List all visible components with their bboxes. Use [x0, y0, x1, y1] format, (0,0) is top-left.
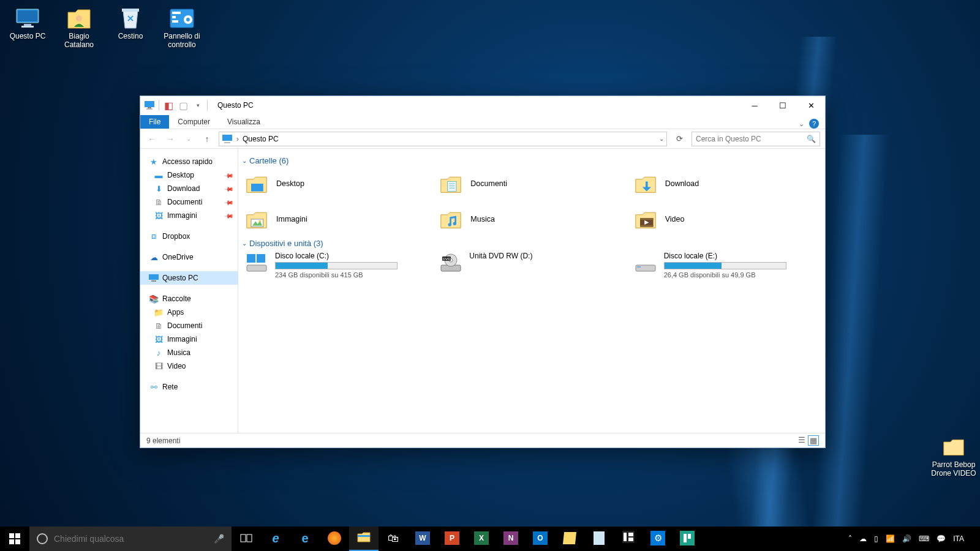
- nav-forward-button[interactable]: →: [164, 134, 177, 144]
- drive-dvd[interactable]: DVD Unità DVD RW (D:): [436, 250, 624, 286]
- folder-desktop-icon: [244, 171, 269, 196]
- titlebar[interactable]: ◧ ▢ ▾ Questo PC ─ ☐ ✕: [140, 96, 825, 114]
- folder-images[interactable]: Immagini: [242, 203, 430, 235]
- svg-rect-7: [172, 12, 181, 14]
- nav-dropbox[interactable]: ⧈Dropbox: [140, 230, 238, 243]
- folder-music[interactable]: Musica: [436, 203, 624, 235]
- group-folders[interactable]: ⌄Cartelle (6): [242, 156, 819, 165]
- desktop-icon-control-panel[interactable]: Pannello di controllo: [159, 5, 205, 49]
- search-field[interactable]: [54, 534, 208, 544]
- monitor-icon: [13, 5, 42, 32]
- qat-dropdown-icon[interactable]: ▾: [192, 100, 203, 111]
- task-powerpoint[interactable]: P: [437, 527, 467, 551]
- svg-rect-9: [172, 20, 178, 23]
- svg-rect-28: [640, 225, 654, 227]
- window-title: Questo PC: [217, 101, 254, 110]
- nav-lib-music[interactable]: ♪Musica: [140, 346, 238, 359]
- nav-lib-apps[interactable]: 📁Apps: [140, 305, 238, 319]
- folder-documents[interactable]: Documenti: [436, 168, 624, 200]
- task-excel[interactable]: X: [467, 527, 496, 551]
- tray-lang[interactable]: ITA: [953, 534, 964, 543]
- task-edge[interactable]: e: [290, 527, 320, 551]
- svg-rect-37: [636, 265, 655, 271]
- svg-rect-13: [148, 107, 151, 108]
- nav-up-button[interactable]: ↑: [200, 134, 214, 144]
- document-icon: 🗎: [154, 197, 164, 207]
- tab-computer[interactable]: Computer: [169, 115, 219, 129]
- nav-quick-access[interactable]: ★Accesso rapido: [140, 155, 238, 168]
- nav-network[interactable]: ⚯Rete: [140, 380, 238, 394]
- qat-properties-icon[interactable]: ◧: [163, 100, 174, 111]
- drive-usage-bar: [664, 262, 786, 269]
- nav-lib-video[interactable]: 🎞Video: [140, 359, 238, 373]
- task-settings[interactable]: ⚙: [643, 527, 673, 551]
- task-onenote[interactable]: N: [496, 527, 526, 551]
- ribbon-expand-icon[interactable]: ⌄: [799, 120, 804, 128]
- task-sticky[interactable]: [555, 527, 584, 551]
- desktop-icon-recycle[interactable]: Cestino: [108, 5, 153, 49]
- folder-download[interactable]: Download: [631, 168, 819, 200]
- ie-icon: e: [272, 531, 279, 545]
- tab-file[interactable]: File: [140, 115, 169, 129]
- tray-action-center-icon[interactable]: 💬: [937, 534, 946, 543]
- drive-e[interactable]: Disco locale (E:) 26,4 GB disponibili su…: [631, 250, 819, 286]
- desktop-icon-user[interactable]: Biagio Catalano: [56, 5, 102, 49]
- view-details-button[interactable]: ☰: [798, 435, 805, 446]
- task-word[interactable]: W: [408, 527, 437, 551]
- view-tiles-button[interactable]: ▦: [808, 435, 819, 446]
- folder-video[interactable]: Video: [631, 203, 819, 235]
- group-devices[interactable]: ⌄Dispositivi e unità (3): [242, 239, 819, 248]
- nav-documents[interactable]: 🗎Documenti📌: [140, 195, 238, 209]
- task-ie[interactable]: e: [261, 527, 290, 551]
- svg-rect-17: [149, 274, 159, 280]
- nav-libraries[interactable]: 📚Raccolte: [140, 292, 238, 305]
- help-icon[interactable]: ?: [809, 119, 819, 129]
- desktop-icon-this-pc[interactable]: Questo PC: [5, 5, 50, 49]
- address-bar[interactable]: › Questo PC ⌄: [219, 132, 667, 146]
- maximize-button[interactable]: ☐: [769, 96, 797, 114]
- breadcrumb[interactable]: Questo PC: [243, 135, 279, 143]
- refresh-button[interactable]: ⟳: [672, 134, 687, 143]
- address-history-icon[interactable]: ⌄: [659, 135, 664, 142]
- tab-view[interactable]: Visualizza: [219, 115, 269, 129]
- desktop-icon-folder-videos[interactable]: Parrot Bebop Drone VIDEO: [931, 433, 976, 478]
- nav-recent-button[interactable]: ⌄: [182, 135, 195, 142]
- nav-desktop[interactable]: ▬Desktop📌: [140, 168, 238, 182]
- task-store[interactable]: 🛍: [379, 527, 408, 551]
- task-app1[interactable]: [614, 527, 643, 551]
- drive-os-icon: [244, 252, 269, 276]
- start-button[interactable]: [0, 527, 29, 551]
- search-input[interactable]: Cerca in Questo PC 🔍: [692, 132, 820, 146]
- excel-icon: X: [474, 531, 489, 545]
- svg-rect-45: [358, 535, 370, 537]
- folder-desktop[interactable]: Desktop: [242, 168, 430, 200]
- task-app2[interactable]: [673, 527, 702, 551]
- nav-download[interactable]: ⬇Download📌: [140, 182, 238, 195]
- nav-this-pc[interactable]: Questo PC: [140, 271, 238, 285]
- nav-lib-images[interactable]: 🖼Immagini: [140, 332, 238, 346]
- tray-overflow-icon[interactable]: ˄: [848, 534, 852, 543]
- task-firefox[interactable]: [320, 527, 349, 551]
- task-notepad[interactable]: [584, 527, 614, 551]
- tray-battery-icon[interactable]: ▯: [874, 534, 878, 543]
- cloud-icon: ☁: [149, 252, 159, 262]
- qat-new-icon[interactable]: ▢: [178, 100, 189, 111]
- minimize-button[interactable]: ─: [741, 96, 769, 114]
- task-outlook[interactable]: O: [526, 527, 555, 551]
- nav-images[interactable]: 🖼Immagini📌: [140, 209, 238, 222]
- close-button[interactable]: ✕: [797, 96, 825, 114]
- tray-onedrive-icon[interactable]: ☁: [859, 534, 867, 543]
- drive-c[interactable]: Disco locale (C:) 234 GB disponibili su …: [242, 250, 430, 286]
- task-view-button[interactable]: [232, 527, 261, 551]
- tray-volume-icon[interactable]: 🔊: [902, 534, 911, 543]
- cortana-search[interactable]: 🎤: [29, 527, 232, 551]
- microphone-icon[interactable]: 🎤: [214, 534, 224, 544]
- nav-onedrive[interactable]: ☁OneDrive: [140, 250, 238, 264]
- svg-rect-14: [146, 108, 153, 110]
- nav-lib-documents[interactable]: 🗎Documenti: [140, 319, 238, 332]
- task-explorer[interactable]: [349, 527, 379, 551]
- tray-wifi-icon[interactable]: 📶: [886, 534, 895, 543]
- music-icon: ♪: [154, 348, 164, 358]
- tray-ime-icon[interactable]: ⌨: [919, 534, 929, 543]
- nav-back-button[interactable]: ←: [145, 134, 159, 144]
